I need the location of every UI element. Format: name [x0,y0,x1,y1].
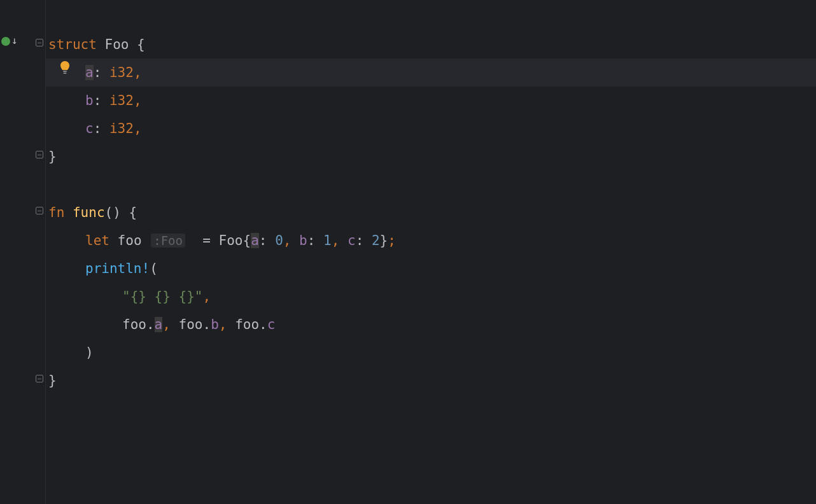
field-ref: b [211,317,219,332]
arrow-down-icon[interactable]: ↓ [11,34,18,46]
code-line[interactable]: foo.a, foo.b, foo.c [46,311,816,339]
code-line[interactable]: b: i32, [46,87,816,115]
code-line[interactable]: println!( [46,255,816,283]
fold-struct-icon[interactable] [35,38,44,47]
number-literal: 2 [372,233,380,248]
code-line[interactable]: fn func() { [46,199,816,227]
string-literal: "{} {} {}" [122,289,202,304]
brace: { [137,37,145,52]
field-ref: a [155,317,163,332]
type-i32: i32 [109,121,134,136]
field-ref: c [348,233,356,248]
field-name: c [85,121,94,136]
brace: } [48,373,57,388]
comma: , [202,289,211,304]
code-line-current[interactable]: a: i32, [46,59,816,87]
type-name: Foo [219,233,243,248]
number-literal: 0 [275,233,283,248]
svg-rect-0 [63,71,67,72]
macro-call: println! [85,261,150,276]
field-ref: c [267,317,276,332]
parens: () [105,205,121,220]
run-gutter-icon[interactable] [1,37,10,46]
keyword-struct: struct [48,37,97,52]
code-line[interactable]: ) [46,339,816,367]
comma: , [134,65,142,80]
function-name: func [73,205,105,220]
brace: } [48,149,57,164]
keyword-let: let [85,233,109,248]
code-line[interactable]: struct Foo { [46,31,816,59]
field-ref: b [299,233,307,248]
code-line[interactable]: } [46,143,816,171]
field-name: a [85,65,94,80]
code-line[interactable]: let foo :Foo = Foo{a: 0, b: 1, c: 2}; [46,227,816,255]
field-ref: a [251,233,259,248]
type-name: Foo [105,37,129,52]
fold-close-fn-icon[interactable] [35,374,44,383]
type-i32: i32 [109,93,134,108]
brace: { [129,205,137,220]
fold-close-struct-icon[interactable] [35,150,44,159]
code-editor: ↓ struct Foo { a: i32, b: i32, c: [0,0,816,504]
fold-fn-icon[interactable] [35,206,44,215]
variable-name: foo [118,233,142,248]
code-content[interactable]: struct Foo { a: i32, b: i32, c: i32, } f… [46,0,816,504]
number-literal: 1 [323,233,332,248]
svg-rect-1 [64,73,67,74]
type-i32: i32 [109,65,134,80]
code-line-empty[interactable] [46,171,816,199]
code-line[interactable]: } [46,367,816,395]
keyword-fn: fn [48,205,64,220]
intention-bulb-icon[interactable] [59,60,71,76]
paren: ) [85,345,94,360]
variable-ref: foo [179,317,203,332]
comma: , [134,121,142,136]
variable-ref: foo [122,317,146,332]
paren: ( [150,261,158,276]
field-name: b [85,93,94,108]
code-line[interactable]: c: i32, [46,115,816,143]
comma: , [134,93,142,108]
code-line[interactable]: "{} {} {}", [46,283,816,311]
variable-ref: foo [235,317,259,332]
editor-gutter: ↓ [0,0,46,504]
inlay-type-hint[interactable]: :Foo [151,234,185,248]
